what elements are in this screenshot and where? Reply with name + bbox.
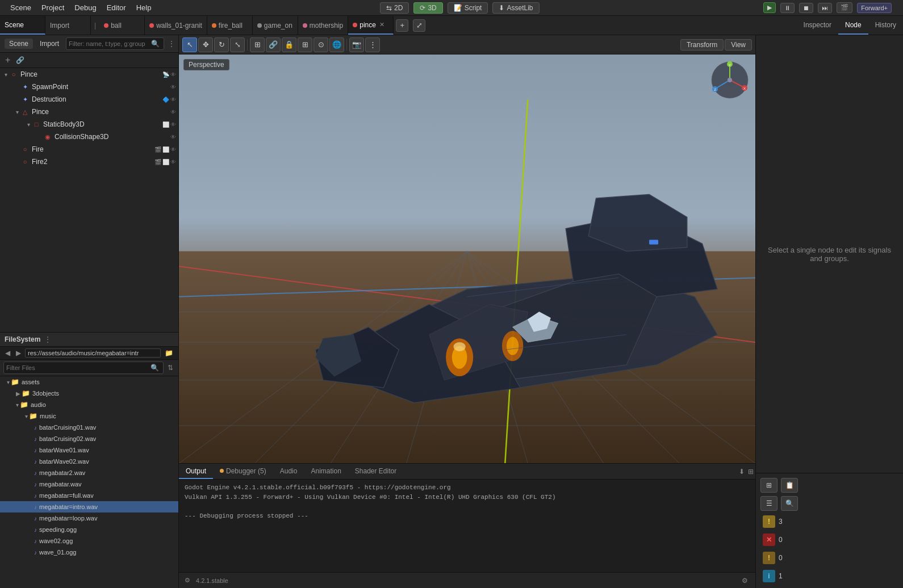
fire2-icon2[interactable]: ⬜	[162, 159, 169, 165]
world-button[interactable]: 🌐	[329, 37, 344, 52]
movie-button[interactable]: 🎬	[837, 2, 852, 13]
view-button[interactable]: View	[725, 39, 752, 51]
fs-item-megabatar2[interactable]: ♪ megabatar2.wav	[0, 467, 178, 478]
fire2-icon1[interactable]: 🎬	[154, 159, 161, 165]
output-tab-audio[interactable]: Audio	[273, 464, 304, 479]
broadcast-icon[interactable]: 📡	[162, 72, 169, 78]
menu-item-project[interactable]: Project	[37, 2, 69, 13]
more-button[interactable]: ⋮	[365, 37, 380, 52]
scene-options-button[interactable]: ⋮	[166, 39, 177, 48]
warning2-badge-icon[interactable]: !	[763, 552, 775, 564]
visibility-icon-pnode[interactable]: 👁	[170, 109, 176, 115]
snap-button[interactable]: ⊞	[250, 37, 265, 52]
menu-item-help[interactable]: Help	[132, 2, 156, 13]
tab-gameon[interactable]: game_on	[253, 16, 298, 35]
pince-root-arrow[interactable]: ▾	[2, 71, 9, 78]
fire-icon1[interactable]: 🎬	[154, 146, 161, 153]
menu-item-scene[interactable]: Scene	[6, 2, 36, 13]
visibility-icon-pince[interactable]: 👁	[170, 72, 176, 78]
fs-item-batarwave02[interactable]: ♪ batarWave02.wav	[0, 456, 178, 467]
fs-item-wave01[interactable]: ♪ wave_01.ogg	[0, 547, 178, 558]
tree-item-staticbody[interactable]: ▾ □ StaticBody3D ⬜ 👁	[0, 118, 178, 131]
fs-item-megabatar-full[interactable]: ♪ megabatar=full.wav	[0, 490, 178, 501]
tab-fireball[interactable]: fire_ball	[207, 16, 253, 35]
tree-item-destruction[interactable]: ▶ ✦ Destruction 🔷 👁	[0, 93, 178, 106]
fs-item-megabatar-loop[interactable]: ♪ megabatar=loop.wav	[0, 513, 178, 524]
fs-item-megabatar[interactable]: ♪ megabatar.wav	[0, 478, 178, 490]
fs-item-music[interactable]: ▾ 📁 music	[0, 410, 178, 422]
viewport-3d[interactable]: Perspective Y X Z	[179, 54, 755, 463]
info-badge-icon[interactable]: i	[763, 570, 775, 582]
fs-item-speeding[interactable]: ♪ speeding.ogg	[0, 524, 178, 535]
node-tab[interactable]: Node	[838, 16, 868, 35]
scene-panel-tab[interactable]: Scene	[5, 39, 33, 49]
fs-item-batarwave01[interactable]: ♪ batarWave01.wav	[0, 444, 178, 456]
output-tab-shader[interactable]: Shader Editor	[348, 464, 403, 479]
staticbody-arrow[interactable]: ▾	[25, 121, 32, 128]
tree-item-fire[interactable]: ▶ ○ Fire 🎬 ⬜ 👁	[0, 143, 178, 156]
music-arrow[interactable]: ▾	[25, 413, 28, 419]
tab-pince[interactable]: pince ✕	[348, 16, 394, 35]
scale-tool-button[interactable]: ⤡	[230, 37, 245, 52]
visibility-icon-spawn[interactable]: 👁	[170, 84, 176, 90]
pince-node-arrow[interactable]: ▾	[14, 108, 20, 115]
fs-item-batarcruising01[interactable]: ♪ batarCruising01.wav	[0, 422, 178, 433]
tree-item-collision[interactable]: ▶ ◉ CollisionShape3D 👁	[0, 131, 178, 143]
menu-item-debug[interactable]: Debug	[70, 2, 101, 13]
lock-button[interactable]: 🔒	[282, 37, 296, 52]
fs-item-assets[interactable]: ▾ 📁 assets	[0, 376, 178, 388]
pause-button[interactable]: ⏸	[780, 3, 795, 13]
output-settings-button[interactable]: ⚙	[740, 576, 750, 585]
stop-button[interactable]: ⏹	[799, 3, 813, 13]
rbt-btn-list[interactable]: ☰	[760, 496, 777, 511]
3dobjects-arrow[interactable]: ▶	[16, 390, 20, 397]
forward-label[interactable]: Forward+	[857, 3, 892, 13]
fire-icon2[interactable]: ⬜	[162, 146, 169, 153]
fs-search-button[interactable]: 🔍	[149, 363, 161, 372]
assets-arrow[interactable]: ▾	[7, 379, 10, 385]
tab-walls[interactable]: walls_01-granit	[145, 16, 207, 35]
camera-button[interactable]: 📷	[349, 37, 364, 52]
tree-item-spawnpoint[interactable]: ▶ ✦ SpawnPoint 👁	[0, 81, 178, 93]
visibility-icon-fire2[interactable]: 👁	[170, 159, 176, 165]
assetlib-button[interactable]: ⬇AssetLib	[492, 2, 539, 14]
visibility-icon-sb[interactable]: 👁	[170, 121, 176, 128]
scene-main-tab[interactable]: Scene	[0, 16, 45, 35]
fs-folder-button[interactable]: 📁	[163, 348, 175, 358]
fs-item-3dobjects[interactable]: ▶ 📁 3dobjects	[0, 388, 178, 399]
output-icon-btn1[interactable]: ⬇	[737, 464, 746, 479]
move-tool-button[interactable]: ✥	[198, 37, 213, 52]
warning-badge-icon[interactable]: !	[763, 515, 775, 528]
output-tab-output[interactable]: Output	[179, 464, 213, 479]
import-panel-tab[interactable]: Import	[35, 39, 64, 49]
rbt-btn-search[interactable]: 🔍	[781, 496, 798, 511]
output-tab-debugger[interactable]: Debugger (5)	[213, 464, 273, 479]
error-badge-icon[interactable]: ✕	[763, 534, 775, 546]
use-snap-button[interactable]: 🔗	[266, 37, 281, 52]
fs-options-button[interactable]: ⋮	[43, 335, 53, 344]
scene-search-input[interactable]	[69, 40, 147, 47]
mode-2d-button[interactable]: ⇆2D	[380, 2, 409, 14]
step-button[interactable]: ⏭	[818, 3, 832, 13]
rbt-btn-copy[interactable]: ⊞	[760, 478, 777, 493]
tab-ball[interactable]: ball	[99, 16, 145, 35]
output-tab-animation[interactable]: Animation	[304, 464, 348, 479]
menu-item-editor[interactable]: Editor	[102, 2, 131, 13]
visibility-icon-fire[interactable]: 👁	[170, 146, 176, 153]
group-button[interactable]: ⊞	[298, 37, 312, 52]
fs-sort-button[interactable]: ⇅	[166, 363, 175, 372]
fs-item-megabatar-intro[interactable]: ♪ megabatar=intro.wav	[0, 501, 178, 513]
tree-item-pince-node[interactable]: ▾ △ Pince 👁	[0, 106, 178, 118]
local-button[interactable]: ⊙	[313, 37, 328, 52]
visibility-icon-cs[interactable]: 👁	[170, 134, 176, 140]
import-tab[interactable]: Import	[45, 16, 91, 35]
fs-search-input[interactable]	[6, 364, 147, 371]
destruction-script-icon[interactable]: 🔷	[162, 96, 169, 103]
transform-button[interactable]: Transform	[680, 39, 724, 51]
inspector-tab[interactable]: Inspector	[797, 16, 838, 35]
play-button[interactable]: ▶	[763, 2, 776, 13]
fs-item-batarcruising02[interactable]: ♪ batarCruising02.wav	[0, 433, 178, 444]
fs-item-wave02[interactable]: ♪ wave02.ogg	[0, 535, 178, 547]
scene-search-button[interactable]: 🔍	[149, 39, 161, 48]
tab-pince-close[interactable]: ✕	[379, 21, 384, 28]
